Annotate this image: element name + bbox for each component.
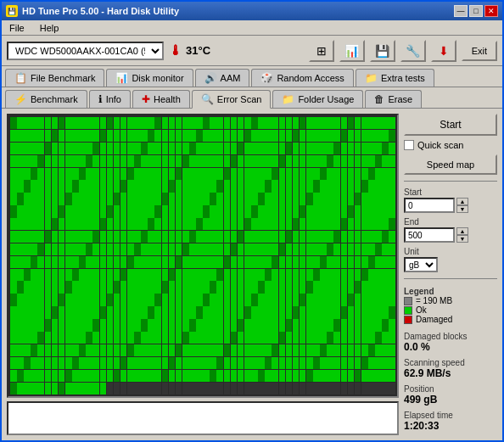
grid-cell bbox=[244, 332, 251, 344]
grid-cell bbox=[313, 383, 320, 394]
grid-cell bbox=[86, 344, 92, 356]
grid-cell bbox=[203, 218, 210, 230]
grid-cell bbox=[238, 193, 244, 204]
grid-cell bbox=[52, 332, 59, 344]
grid-cell bbox=[86, 205, 92, 217]
end-field-label: End bbox=[404, 217, 497, 227]
grid-cell bbox=[141, 294, 148, 305]
grid-cell bbox=[10, 155, 17, 167]
start-spin-up[interactable]: ▲ bbox=[456, 198, 468, 205]
minimize-button[interactable]: — bbox=[454, 5, 468, 17]
toolbar-btn-5[interactable]: ⬇ bbox=[431, 40, 456, 62]
grid-cell bbox=[265, 155, 272, 167]
tab-disk-monitor[interactable]: 📊 Disk monitor bbox=[106, 69, 193, 87]
legend-color-red bbox=[404, 316, 412, 324]
start-input[interactable] bbox=[404, 198, 455, 213]
grid-cell bbox=[72, 155, 79, 167]
grid-cell bbox=[45, 130, 52, 142]
grid-cell bbox=[141, 370, 148, 382]
grid-cell bbox=[45, 243, 52, 255]
grid-cell bbox=[224, 130, 231, 142]
maximize-button[interactable]: □ bbox=[469, 5, 483, 17]
grid-cell bbox=[10, 319, 17, 331]
exit-button[interactable]: Exit bbox=[462, 41, 497, 61]
grid-cell bbox=[37, 193, 44, 204]
grid-cell bbox=[244, 281, 251, 293]
unit-selector[interactable]: gB MB LBA bbox=[404, 257, 438, 272]
speed-map-button[interactable]: Speed map bbox=[404, 154, 497, 175]
grid-cell bbox=[333, 357, 340, 369]
grid-cell bbox=[134, 256, 141, 268]
tab-benchmark[interactable]: ⚡ Benchmark bbox=[5, 90, 87, 108]
menu-file[interactable]: File bbox=[6, 22, 28, 34]
grid-cell bbox=[65, 205, 72, 217]
disk-selector[interactable]: WDC WD5000AAKX-001CA0 (500 gB) bbox=[7, 42, 164, 60]
start-spinners: ▲ ▼ bbox=[456, 198, 468, 213]
end-spin-down[interactable]: ▼ bbox=[456, 235, 468, 243]
grid-cell bbox=[272, 143, 278, 154]
tab-extra-tests[interactable]: 📁 Extra tests bbox=[356, 69, 434, 87]
tab-health[interactable]: ✚ Health bbox=[132, 90, 190, 108]
grid-cell bbox=[216, 180, 223, 192]
grid-cell bbox=[72, 383, 79, 394]
quick-scan-checkbox[interactable] bbox=[404, 140, 414, 150]
main-window: 💾 HD Tune Pro 5.00 - Hard Disk Utility —… bbox=[0, 0, 504, 442]
grid-cell bbox=[327, 344, 333, 356]
grid-cell bbox=[37, 269, 44, 281]
start-button[interactable]: Start bbox=[404, 114, 497, 136]
grid-cell bbox=[320, 370, 327, 382]
grid-cell bbox=[162, 231, 169, 243]
grid-cell bbox=[333, 117, 340, 129]
grid-cell bbox=[182, 155, 189, 167]
toolbar-btn-3[interactable]: 💾 bbox=[370, 40, 395, 62]
grid-cell bbox=[17, 281, 24, 293]
grid-cell bbox=[162, 294, 169, 305]
grid-cell bbox=[279, 256, 286, 268]
grid-cell bbox=[258, 306, 265, 318]
grid-cell bbox=[114, 117, 120, 129]
grid-cell bbox=[107, 143, 114, 154]
grid-cell bbox=[176, 319, 182, 331]
grid-cell bbox=[244, 218, 251, 230]
grid-cell bbox=[182, 306, 189, 318]
grid-cell bbox=[258, 193, 265, 204]
toolbar-btn-1[interactable]: ⊞ bbox=[309, 40, 334, 62]
grid-cell bbox=[313, 130, 320, 142]
tab-error-scan[interactable]: 🔍 Error Scan bbox=[192, 90, 272, 109]
grid-cell bbox=[203, 332, 210, 344]
grid-cell bbox=[31, 269, 37, 281]
grid-cell bbox=[169, 231, 176, 243]
close-button[interactable]: ✕ bbox=[484, 5, 498, 17]
grid-cell bbox=[24, 294, 31, 305]
grid-cell bbox=[107, 269, 114, 281]
tab-info[interactable]: ℹ Info bbox=[89, 90, 131, 108]
grid-cell bbox=[72, 193, 79, 204]
grid-cell bbox=[79, 370, 86, 382]
grid-cell bbox=[92, 143, 99, 154]
toolbar-btn-4[interactable]: 🔧 bbox=[400, 40, 426, 62]
grid-cell bbox=[251, 205, 258, 217]
grid-cell bbox=[368, 231, 375, 243]
menu-help[interactable]: Help bbox=[36, 22, 63, 34]
tab-file-benchmark[interactable]: 📋 File Benchmark bbox=[5, 69, 104, 87]
tab-random-access[interactable]: 🎲 Random Access bbox=[251, 69, 353, 87]
end-input[interactable] bbox=[404, 227, 455, 243]
tab-aam[interactable]: 🔊 AAM bbox=[195, 69, 250, 87]
grid-cell bbox=[52, 193, 59, 204]
grid-cell bbox=[59, 256, 65, 268]
grid-cell bbox=[24, 168, 31, 180]
grid-cell bbox=[286, 370, 293, 382]
grid-cell bbox=[375, 243, 382, 255]
toolbar-btn-2[interactable]: 📊 bbox=[339, 40, 365, 62]
grid-cell bbox=[10, 193, 17, 204]
end-spin-up[interactable]: ▲ bbox=[456, 227, 468, 235]
start-spin-down[interactable]: ▼ bbox=[456, 205, 468, 213]
grid-cell bbox=[127, 205, 134, 217]
grid-cell bbox=[389, 306, 395, 318]
grid-cell bbox=[238, 155, 244, 167]
grid-cell bbox=[162, 256, 169, 268]
tab-erase[interactable]: 🗑 Erase bbox=[365, 90, 422, 108]
grid-cell bbox=[306, 281, 313, 293]
tab-folder-usage[interactable]: 📁 Folder Usage bbox=[272, 90, 363, 108]
grid-cell bbox=[45, 383, 52, 394]
